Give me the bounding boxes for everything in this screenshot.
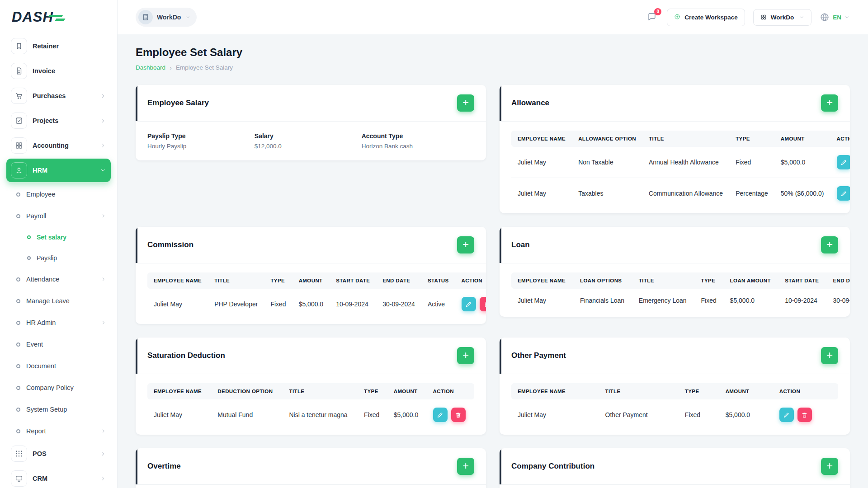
loan-card: Loan EMPLOYEE NAME LOAN OPTIONS TITLE TY… [500, 227, 850, 317]
sidebar-item-attendance[interactable]: Attendance [6, 268, 111, 290]
grid-icon [11, 137, 27, 154]
language-selector[interactable]: EN [820, 12, 850, 22]
table-cell: Financials Loan [574, 289, 632, 312]
table-cell: $5,000.0 [292, 289, 330, 319]
workspace-switcher[interactable]: WorkDo [136, 8, 197, 27]
app-root: DASH Retainer Invoice Purchases Projects [0, 0, 868, 488]
sidebar-item-purchases[interactable]: Purchases [6, 84, 111, 108]
table-cell: Juliet May [511, 147, 572, 178]
edit-button[interactable] [837, 186, 850, 201]
field-value: Horizon Bank cash [362, 143, 474, 150]
sidebar-item-label: POS [33, 450, 47, 457]
card-title: Commission [147, 240, 193, 249]
card-title: Overtime [147, 462, 181, 471]
sidebar-item-label: Event [26, 341, 43, 348]
messages-button[interactable]: 0 [645, 10, 659, 25]
circle-bullet-icon [16, 192, 20, 197]
sidebar-item-set-salary[interactable]: Set salary [6, 227, 111, 248]
sidebar-item-payroll[interactable]: Payroll [6, 205, 111, 227]
pencil-icon [783, 412, 790, 418]
sidebar-item-hr-admin[interactable]: HR Admin [6, 312, 111, 333]
payslip-type-field: Payslip Type Hourly Payslip [147, 132, 245, 150]
add-employee-salary-button[interactable] [457, 94, 474, 112]
sidebar-item-label: Attendance [26, 276, 59, 283]
delete-button[interactable] [797, 408, 812, 422]
table-cell: Taxables [572, 178, 642, 209]
edit-button[interactable] [837, 155, 850, 169]
edit-button[interactable] [779, 408, 794, 422]
sidebar-item-label: Accounting [33, 142, 69, 149]
circle-bullet-icon [16, 277, 20, 282]
delete-button[interactable] [480, 297, 486, 311]
table-cell: Juliet May [147, 399, 211, 430]
add-loan-button[interactable] [821, 236, 838, 253]
chevron-right-icon [100, 117, 106, 124]
delete-button[interactable] [451, 408, 466, 422]
sidebar-item-payslip[interactable]: Payslip [6, 248, 111, 268]
circle-bullet-icon [16, 429, 20, 433]
sidebar-item-accounting[interactable]: Accounting [6, 134, 111, 157]
salary-field: Salary $12,000.0 [255, 132, 353, 150]
user-icon [11, 162, 27, 178]
page-content: Employee Set Salary Dashboard Employee S… [118, 34, 868, 488]
add-allowance-button[interactable] [821, 94, 838, 112]
workdo-menu-button[interactable]: WorkDo [753, 9, 812, 26]
circle-bullet-icon [16, 299, 20, 303]
circle-bullet-icon [16, 386, 20, 390]
sidebar-item-pos[interactable]: POS [6, 442, 111, 465]
table-cell: Percentage [729, 178, 774, 209]
workdo-menu-label: WorkDo [771, 14, 794, 21]
column-header: END DATE [826, 272, 850, 289]
sidebar-item-hrm[interactable]: HRM [6, 159, 111, 182]
sidebar-item-document[interactable]: Document [6, 355, 111, 377]
sidebar-item-employee[interactable]: Employee [6, 183, 111, 205]
circle-bullet-icon [16, 408, 20, 412]
add-company-contribution-button[interactable] [821, 458, 838, 475]
salary-fields: Payslip Type Hourly Payslip Salary $12,0… [147, 132, 474, 150]
sidebar-item-label: Manage Leave [26, 297, 70, 305]
cards-grid: Employee Salary Payslip Type Hourly Pays… [136, 85, 850, 488]
sidebar-item-crm[interactable]: CRM [6, 467, 111, 488]
table-row: Juliet May Financials Loan Emergency Loa… [511, 289, 850, 312]
sidebar-item-projects[interactable]: Projects [6, 109, 111, 132]
column-header: END DATE [376, 272, 421, 289]
breadcrumb-dashboard-link[interactable]: Dashboard [136, 64, 165, 71]
add-other-payment-button[interactable] [821, 347, 838, 364]
table-cell: Fixed [264, 289, 292, 319]
card-header: Allowance [500, 85, 850, 122]
table-cell: $5,000.0 [387, 399, 427, 430]
sidebar-item-manage-leave[interactable]: Manage Leave [6, 290, 111, 312]
pencil-icon [840, 190, 847, 197]
edit-button[interactable] [433, 408, 448, 422]
add-overtime-button[interactable] [457, 458, 474, 475]
add-commission-button[interactable] [457, 236, 474, 253]
add-saturation-deduction-button[interactable] [457, 347, 474, 364]
table-cell: Juliet May [147, 289, 208, 319]
main-area: WorkDo 0 Create Workspace WorkDo [118, 0, 868, 488]
table-cell: Fixed [695, 289, 724, 312]
brand-logo[interactable]: DASH [6, 0, 111, 34]
sidebar-item-event[interactable]: Event [6, 333, 111, 355]
sidebar-item-system-setup[interactable]: System Setup [6, 399, 111, 420]
sidebar-item-report[interactable]: Report [6, 420, 111, 442]
monitor-icon [11, 470, 27, 487]
overtime-card: Overtime [136, 448, 486, 488]
sidebar-item-retainer[interactable]: Retainer [6, 34, 111, 58]
sidebar-item-company-policy[interactable]: Company Policy [6, 377, 111, 399]
column-header: LOAN OPTIONS [574, 272, 632, 289]
table-cell: $5,000.0 [719, 399, 773, 430]
chevron-down-icon [185, 14, 190, 20]
table-cell: PHP Developer [208, 289, 264, 319]
create-workspace-button[interactable]: Create Workspace [667, 9, 745, 26]
chevron-right-icon [100, 142, 106, 149]
card-body [136, 485, 486, 488]
edit-button[interactable] [462, 297, 476, 311]
table-row: Juliet May Mutual Fund Nisi a tenetur ma… [147, 399, 474, 430]
table-cell: Nisi a tenetur magna [283, 399, 358, 430]
table-row: Juliet May PHP Developer Fixed $5,000.0 … [147, 289, 486, 319]
circle-bullet-icon [27, 256, 31, 260]
sidebar-item-invoice[interactable]: Invoice [6, 59, 111, 83]
column-header: AMOUNT [719, 383, 773, 399]
cart-icon [11, 88, 27, 104]
card-title: Saturation Deduction [147, 351, 225, 360]
